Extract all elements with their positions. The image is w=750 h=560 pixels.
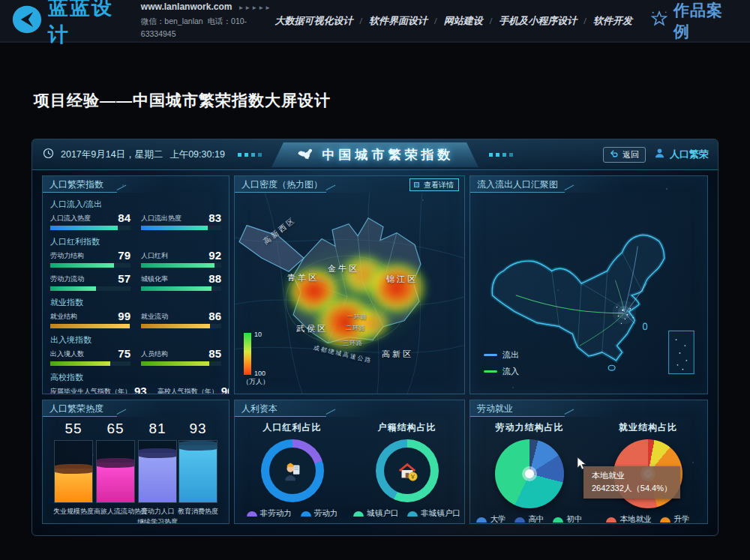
gauge-row: 人口流出热度83 bbox=[141, 212, 221, 223]
gauge-value: 99 bbox=[118, 310, 130, 322]
heat-bar-value: 55 bbox=[53, 421, 94, 437]
legend-swatch bbox=[247, 511, 257, 517]
heat-bar: 81劳动力人口继续学习热度 bbox=[137, 421, 178, 524]
website-link[interactable]: www.lanlanwork.com bbox=[141, 1, 232, 12]
legend-swatch bbox=[514, 517, 525, 523]
gauge-fill bbox=[141, 226, 208, 230]
gauge-fill bbox=[50, 361, 110, 366]
chart-legend: 本地就业升学去往外地待业 bbox=[592, 514, 704, 524]
heat-bar-label-line: 商旅人流流动热度 bbox=[94, 507, 137, 517]
gauge-row: 劳动力结构79 bbox=[50, 250, 130, 261]
gauge-label: 劳动力流动 bbox=[50, 274, 84, 284]
house-icon bbox=[376, 439, 439, 502]
section-title: 就业指数 bbox=[50, 297, 221, 308]
gauge-row: 人口红利92 bbox=[141, 250, 221, 261]
gauge-value: 88 bbox=[208, 273, 221, 284]
panel-title: 人口繁荣热度 bbox=[43, 400, 229, 417]
back-button[interactable]: 返回 bbox=[603, 147, 646, 163]
scale-max-label: 100 bbox=[254, 370, 266, 377]
nav-item[interactable]: 大数据可视化设计 bbox=[274, 14, 369, 28]
nav-item[interactable]: 软件界面设计 bbox=[369, 14, 444, 28]
index-section: 出入境指数出入境人数75人员结构85 bbox=[50, 334, 221, 366]
gauge-grid: 就业结构99就业流动86 bbox=[50, 310, 221, 328]
pie-ring[interactable]: 本地就业 2642332人（54.4%） bbox=[614, 439, 682, 508]
heat-bar-box bbox=[96, 440, 135, 503]
gauge: 劳动力流动57 bbox=[50, 273, 130, 291]
gauge-value: 86 bbox=[208, 310, 221, 322]
gauge-fill bbox=[50, 226, 118, 230]
legend-item: 流出 bbox=[484, 349, 519, 361]
squares-decoration-right bbox=[489, 153, 513, 157]
pie-ring[interactable] bbox=[495, 439, 564, 508]
gauge-value: 96 bbox=[221, 385, 230, 394]
gauge: 应届毕业生人气指数（年）93 bbox=[50, 385, 147, 394]
prosperity-body: 人口流入/流出人口流入热度84人口流出热度83人口红利指数劳动力结构79人口红利… bbox=[43, 199, 229, 394]
gauge-value: 83 bbox=[208, 212, 221, 223]
gauge: 高校人气指数（年）96 bbox=[158, 385, 230, 394]
donut-ring[interactable] bbox=[376, 439, 439, 502]
heat-bar-wave bbox=[54, 464, 93, 474]
legend-line-swatch bbox=[484, 370, 497, 373]
gauge-row: 应届毕业生人气指数（年）93 bbox=[50, 385, 147, 394]
squares-decoration bbox=[238, 153, 262, 157]
legend-swatch bbox=[407, 511, 418, 517]
legend-swatch bbox=[301, 511, 311, 517]
gauge: 劳动力结构79 bbox=[50, 250, 130, 268]
legend-swatch bbox=[476, 517, 487, 523]
legend-label: 城镇户口 bbox=[367, 508, 398, 519]
heat-bar-fill bbox=[55, 469, 92, 502]
legend-item: 流入 bbox=[484, 366, 519, 377]
heat-scale-bar bbox=[244, 333, 251, 375]
user-mode-button[interactable]: 人口繁荣 bbox=[654, 148, 709, 161]
legend-item: 本地就业 bbox=[606, 514, 651, 524]
heat-bar-value: 81 bbox=[137, 421, 178, 437]
heat-bar-box bbox=[178, 440, 218, 503]
dashboard-screenshot: 2017年9月14日，星期二 上午09:30:19 中国城市繁荣指数 返回 bbox=[32, 139, 718, 536]
panel-title: 流入流出人口汇聚图 bbox=[470, 176, 707, 193]
legend-label: 非劳动力 bbox=[260, 508, 292, 519]
gauge-label: 出入境人数 bbox=[50, 349, 84, 359]
chart-title: 人口红利占比 bbox=[238, 421, 346, 434]
topbar-right: 返回 人口繁荣 bbox=[603, 139, 709, 169]
heat-bar-box bbox=[54, 440, 93, 503]
portfolio-link[interactable]: 作品案例 bbox=[650, 0, 735, 42]
panel-title: 人利资本 bbox=[235, 400, 464, 417]
gauge-label: 人口红利 bbox=[141, 251, 168, 261]
chart-title: 就业结构占比 bbox=[592, 421, 704, 434]
main-nav: 大数据可视化设计软件界面设计网站建设手机及小程序设计软件开发 bbox=[274, 14, 632, 28]
heat-bar-label: 教育消费热度 bbox=[178, 507, 218, 517]
arrows-decoration: ►►►►► bbox=[238, 4, 272, 11]
gauge-row: 劳动力流动57 bbox=[50, 273, 130, 284]
heat-bar-label: 失业规模热度 bbox=[53, 507, 94, 517]
donut-ring[interactable] bbox=[261, 439, 324, 502]
gauge-track bbox=[50, 361, 130, 366]
view-details-button[interactable]: 查看详情 bbox=[410, 178, 459, 191]
gauge-grid: 人口流入热度84人口流出热度83 bbox=[50, 212, 221, 230]
legend-label: 升学 bbox=[674, 514, 689, 524]
person-icon bbox=[654, 148, 665, 161]
nav-item[interactable]: 手机及小程序设计 bbox=[499, 14, 593, 28]
nav-item[interactable]: 网站建设 bbox=[444, 14, 500, 28]
page-title: 项目经验——中国城市繁荣指数大屏设计 bbox=[34, 90, 331, 111]
district-label: 锦江区 bbox=[386, 274, 418, 285]
gauge-grid: 应届毕业生人气指数（年）93高校人气指数（年）96 bbox=[50, 385, 221, 394]
lanlan-logo[interactable]: 蓝蓝设计 bbox=[12, 0, 129, 48]
gauge-row: 高校人气指数（年）96 bbox=[158, 385, 230, 394]
gauge-row: 出入境人数75 bbox=[50, 348, 130, 359]
gauge-value: 85 bbox=[208, 348, 221, 359]
user-mode-label: 人口繁荣 bbox=[670, 148, 709, 161]
gauge-row: 就业结构99 bbox=[50, 310, 130, 322]
panel-prosperity-index: 人口繁荣指数 人口流入/流出人口流入热度84人口流出热度83人口红利指数劳动力结… bbox=[42, 175, 230, 394]
panel-density-heatmap: 人口密度（热力图） 查看详情 bbox=[234, 175, 465, 394]
legend-label: 大学 bbox=[490, 514, 506, 524]
gauge-grid: 劳动力结构79人口红利92劳动力流动57城镇化率88 bbox=[50, 250, 221, 291]
gauge-track bbox=[141, 324, 221, 328]
legend-label: 流出 bbox=[502, 349, 519, 361]
panel-human-capital: 人利资本 人口红利占比 非劳动力劳动力 户籍结构占比 bbox=[234, 400, 465, 524]
legend-item: 大学 bbox=[476, 514, 506, 524]
chart-legend: 城镇户口非城镇户口 bbox=[353, 508, 461, 519]
gauge-grid: 出入境人数75人员结构85 bbox=[50, 348, 221, 366]
index-section: 高校指数应届毕业生人气指数（年）93高校人气指数（年）96 bbox=[50, 372, 221, 394]
legend-label: 非城镇户口 bbox=[421, 508, 460, 519]
nav-item[interactable]: 软件开发 bbox=[593, 14, 632, 28]
